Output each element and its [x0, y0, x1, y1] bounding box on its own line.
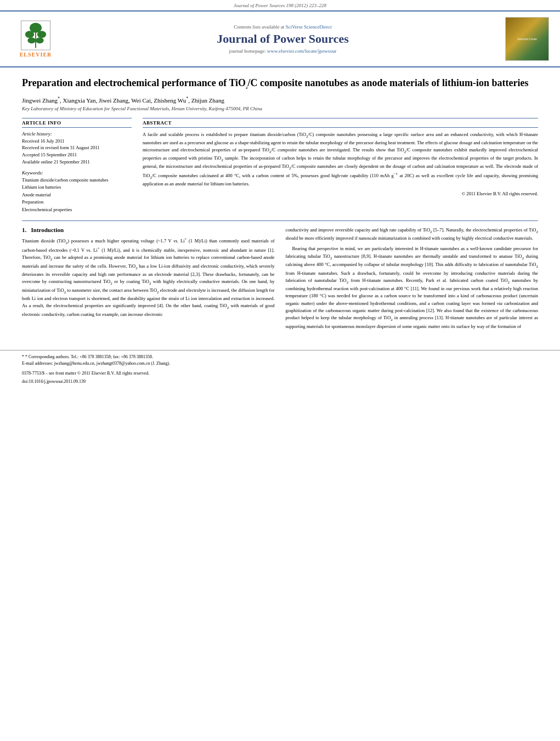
svg-point-6	[36, 37, 44, 43]
corresponding-note: * * Corresponding authors. Tel.: +86 378…	[22, 354, 538, 360]
journal-cover-image: Journal Cover	[505, 17, 549, 61]
doi-line: doi:10.1016/j.jpowsour.2011.09.139	[22, 379, 538, 384]
sciverse-line: Contents lists available at SciVerse Sci…	[66, 24, 500, 30]
header-section: ELSEVIER Contents lists available at Sci…	[0, 12, 560, 67]
svg-point-4	[37, 31, 47, 38]
abstract-panel: ABSTRACT A facile and scalable process i…	[143, 118, 538, 214]
svg-text:Journal Cover: Journal Cover	[517, 37, 537, 41]
elsevier-label: ELSEVIER	[20, 52, 52, 58]
body-left-col: 1. Introduction Titanium dioxide (TiO2) …	[22, 227, 275, 333]
received-date: Received 16 July 2011	[22, 138, 132, 145]
abstract-text: A facile and scalable process is establi…	[143, 131, 538, 188]
cover-svg: Journal Cover	[506, 17, 548, 61]
article-info-panel: ARTICLE INFO Article history: Received 1…	[22, 118, 132, 214]
article-footer: * * Corresponding authors. Tel.: +86 378…	[0, 350, 560, 384]
elsevier-tree-icon	[19, 20, 52, 50]
sciverse-prefix: Contents lists available at	[234, 24, 284, 30]
svg-point-5	[27, 37, 36, 43]
article-info-title: ARTICLE INFO	[22, 118, 132, 128]
received-revised-date: Received in revised form 31 August 2011	[22, 144, 132, 151]
elsevier-logo: ELSEVIER	[11, 20, 60, 58]
affiliation: Key Laboratory of Ministry of Education …	[22, 106, 538, 111]
page-wrapper: Journal of Power Sources 198 (2012) 223–…	[0, 0, 560, 741]
keywords-label: Keywords:	[22, 170, 132, 176]
corresponding-text: * Corresponding authors. Tel.: +86 378 3…	[25, 354, 153, 359]
intro-right-text: conductivity and improve reversible capa…	[286, 227, 539, 330]
intro-left-text: Titanium dioxide (TiO2) possesses a much…	[22, 236, 275, 319]
sciverse-link[interactable]: SciVerse ScienceDirect	[286, 24, 332, 30]
article-history-label: Article history:	[22, 131, 132, 137]
keyword-4: Preparation	[22, 199, 132, 206]
accepted-date: Accepted 15 September 2011	[22, 151, 132, 159]
keywords-list: Titanium dioxide/carbon composite nanotu…	[22, 177, 132, 214]
section-divider	[22, 220, 538, 221]
body-two-col: 1. Introduction Titanium dioxide (TiO2) …	[22, 227, 538, 333]
introduction-heading: 1. Introduction	[22, 227, 275, 233]
email-note: E-mail addresses: jwzhang@henu.edu.cn, j…	[22, 360, 538, 367]
available-date: Available online 21 September 2011	[22, 159, 132, 166]
authors: Jingwei Zhang*, Xiangxia Yan, Jiwei Zhan…	[22, 96, 538, 104]
journal-title: Journal of Power Sources	[66, 32, 500, 46]
header-center: Contents lists available at SciVerse Sci…	[66, 24, 500, 54]
keyword-2: Lithium ion batteries	[22, 184, 132, 191]
copyright-line: © 2011 Elsevier B.V. All rights reserved…	[143, 191, 538, 196]
journal-ref: Journal of Power Sources 198 (2012) 223–…	[234, 3, 326, 8]
doi-text: doi:10.1016/j.jpowsour.2011.09.139	[22, 379, 86, 384]
keyword-5: Electrochemical properties	[22, 206, 132, 214]
body-right-col: conductivity and improve reversible capa…	[286, 227, 539, 333]
homepage-prefix: journal homepage:	[229, 48, 266, 54]
article-content: Preparation and electrochemical performa…	[0, 67, 560, 339]
abstract-title: ABSTRACT	[143, 118, 538, 128]
info-abstract-section: ARTICLE INFO Article history: Received 1…	[22, 118, 538, 214]
journal-homepage: journal homepage: www.elsevier.com/locat…	[66, 48, 500, 54]
keyword-1: Titanium dioxide/carbon composite nanotu…	[22, 177, 132, 184]
homepage-url[interactable]: www.elsevier.com/locate/jpowsour	[267, 48, 336, 54]
svg-point-3	[25, 31, 35, 38]
keyword-3: Anode material	[22, 191, 132, 199]
issn-line: 0378-7753/$ – see front matter © 2011 El…	[22, 370, 538, 377]
article-title: Preparation and electrochemical performa…	[22, 76, 538, 90]
journal-top-bar: Journal of Power Sources 198 (2012) 223–…	[0, 0, 560, 12]
